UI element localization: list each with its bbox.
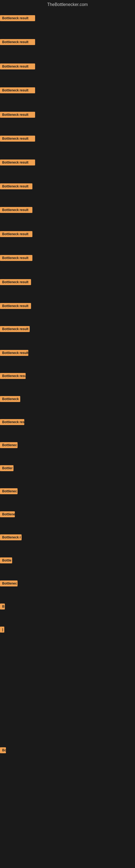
bottleneck-badge[interactable]: Bottle	[0, 557, 12, 563]
bottleneck-badge-row: Bottle	[0, 557, 12, 564]
bottleneck-badge[interactable]: Bottleneck res	[0, 419, 24, 425]
bottleneck-badge-row: Bottleneck result	[0, 135, 35, 143]
bottleneck-badge-row: Bottleneck result	[0, 39, 35, 46]
bottleneck-badge[interactable]: Bo	[0, 747, 6, 753]
bottleneck-badge[interactable]: B	[0, 603, 5, 610]
bottleneck-badge[interactable]: Bottleneck	[0, 396, 20, 402]
bottleneck-badge-row: Bottleneck result	[0, 303, 31, 310]
bottleneck-badge[interactable]: Bottleneck result	[0, 39, 35, 45]
bottleneck-badge[interactable]: Bottleneck result	[0, 63, 35, 69]
bottleneck-badge-row: Bottleneck r	[0, 534, 21, 541]
bottleneck-badge-row: Bottleneck result	[0, 255, 32, 262]
site-title: TheBottlenecker.com	[0, 0, 135, 9]
bottleneck-badge[interactable]: Bottleneck result	[0, 207, 32, 213]
bottleneck-badge[interactable]: Bottler	[0, 465, 13, 471]
bottleneck-badge[interactable]: Bottlenec	[0, 442, 17, 448]
bottleneck-badge-row: Bottleneck result	[0, 350, 28, 357]
bottleneck-badge-row: Bottler	[0, 465, 13, 472]
bottleneck-badge-row: Bottleneck result	[0, 207, 32, 214]
bottleneck-badge[interactable]: Bottleneck result	[0, 231, 32, 237]
bottleneck-badge[interactable]: Bottleneck r	[0, 534, 21, 540]
bottleneck-badge-row: Bottleneck result	[0, 87, 35, 94]
bottleneck-badge-row: Bottleneck res	[0, 419, 24, 426]
bottleneck-badge-row: Bottleneck result	[0, 183, 32, 190]
bottleneck-badge-row: Bottleneck result	[0, 15, 35, 22]
bottleneck-badge-row: Bo	[0, 747, 6, 754]
bottleneck-badge[interactable]: Bottleneck result	[0, 279, 31, 285]
bottleneck-badge-row: Bottleneck result	[0, 279, 31, 286]
bottleneck-badge-row: Bottlenec	[0, 488, 17, 495]
bottleneck-badge[interactable]: Bottleneck result	[0, 159, 35, 165]
bottleneck-badge[interactable]: Bottleneck result	[0, 183, 32, 189]
bottleneck-badge[interactable]: Bottleneck result	[0, 112, 35, 118]
bottleneck-badge-row: |	[0, 627, 3, 633]
bottleneck-badge-row: Bottleneck result	[0, 231, 32, 238]
bottleneck-badge-row: Bottlenec	[0, 581, 17, 588]
bottleneck-badge[interactable]: Bottleneck result	[0, 255, 32, 261]
bottleneck-badge[interactable]: Bottleneck result	[0, 87, 35, 93]
bottleneck-badge-row: Bottleneck result	[0, 159, 35, 166]
bottleneck-badge[interactable]: Bottleneck resu	[0, 373, 26, 379]
bottleneck-badge[interactable]: Bottleneck result	[0, 135, 35, 142]
bottleneck-badge[interactable]: Bottleneck result	[0, 326, 30, 332]
bottleneck-badge[interactable]: Bottlenec	[0, 581, 17, 586]
bottleneck-badge-row: Bottleneck result	[0, 112, 35, 119]
bottleneck-badge[interactable]: Bottlenec	[0, 488, 17, 494]
bottleneck-badge[interactable]: Bottleneck result	[0, 303, 31, 309]
bottleneck-badge-row: Bottleneck resu	[0, 373, 26, 380]
bottleneck-badge[interactable]: Bottleneck result	[0, 15, 35, 21]
bottleneck-badge[interactable]: |	[0, 627, 4, 632]
bottleneck-badge-row: Bottleneck result	[0, 63, 35, 70]
bottleneck-badge-row: Bottleneck	[0, 396, 20, 403]
bottleneck-badge-row: Bottleneck result	[0, 326, 30, 333]
bottleneck-badge[interactable]: Bottlene	[0, 511, 15, 517]
bottleneck-badge-row: Bottlenec	[0, 442, 17, 449]
bottleneck-badge-row: B	[0, 603, 5, 611]
bottleneck-badge[interactable]: Bottleneck result	[0, 350, 28, 356]
bottleneck-badge-row: Bottlene	[0, 511, 15, 518]
